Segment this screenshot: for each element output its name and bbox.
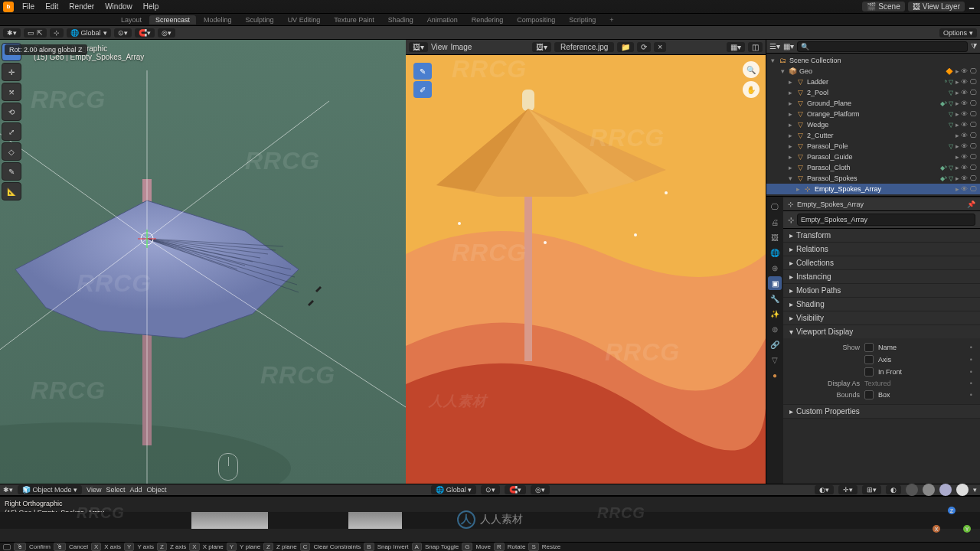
scene-selector[interactable]: 🎬Scene [862, 2, 904, 11]
workspace-tab[interactable]: Shading [382, 15, 420, 24]
img-reload-button[interactable]: ⟳ [637, 42, 651, 52]
outliner-row[interactable]: ▸ ▽ 2_Cutter ▸ 👁 🖵 [766, 130, 980, 141]
view-layer-selector[interactable]: 🖼View Layer [908, 2, 965, 11]
img-zoom-icon[interactable]: 🔍 [743, 61, 760, 78]
tool-transform[interactable]: ◇ [2, 142, 21, 161]
panel-header[interactable]: ▸Transform [783, 229, 980, 242]
add-workspace-button[interactable]: + [603, 15, 619, 24]
prop-tab-particles[interactable]: ✨ [768, 307, 782, 321]
panel-header[interactable]: ▸Shading [783, 298, 980, 311]
prop-tab-world[interactable]: ⊕ [768, 261, 782, 275]
minimize-icon[interactable]: 🗕 [966, 2, 977, 11]
bh-menu-add[interactable]: Add [129, 486, 142, 494]
img-view-mode[interactable]: ▦▾ [727, 42, 745, 52]
mode-dropdown[interactable]: 🧊 Object Mode ▾ [18, 485, 82, 494]
outliner-row[interactable]: ▸ ▽ Parasol_Pole ▽ ▸ 👁 🖵 [766, 141, 980, 152]
prop-tab-object[interactable]: ▣ [768, 276, 782, 290]
checkbox[interactable] [864, 390, 874, 399]
panel-header[interactable]: ▾Viewport Display [783, 325, 980, 338]
prop-tab-constraints[interactable]: 🔗 [768, 337, 782, 351]
tool-rotate[interactable]: ⟲ [2, 103, 21, 121]
img-link-icon[interactable]: 🖼▾ [532, 42, 551, 52]
axis-gizmo[interactable]: Z Y X [933, 507, 971, 537]
workspace-tab[interactable]: UV Editing [282, 15, 327, 24]
panel-header[interactable]: ▸Instancing [783, 270, 980, 283]
image-filename[interactable]: Reference.jpg [554, 42, 614, 52]
panel-header[interactable]: ▸Collections [783, 256, 980, 269]
tool-annotate[interactable]: ✎ [2, 162, 21, 181]
outliner-row[interactable]: ▾🗂Scene Collection [766, 55, 980, 66]
outliner-row[interactable]: ▸ ▽ Wedge ▽ ▸ 👁 🖵 [766, 119, 980, 130]
workspace-tab[interactable]: Texture Paint [328, 15, 381, 24]
prop-tab-output[interactable]: 🖨 [768, 215, 782, 229]
tool-measure[interactable]: 📐 [2, 182, 21, 201]
prop-tab-render[interactable]: 🖵 [768, 200, 782, 214]
shading-rendered-icon[interactable] [956, 484, 969, 496]
outliner-row[interactable]: ▸ ▽ Ladder ᵇ ▽ ▸ 👁 🖵 [766, 77, 980, 87]
bh-overlays[interactable]: ◐▾ [815, 485, 834, 494]
prop-tab-material[interactable]: ● [768, 368, 782, 382]
outliner-row[interactable]: ▸ ▽ Orange_Platform ▽ ▸ 👁 🖵 [766, 109, 980, 119]
workspace-tab[interactable]: Screencast [149, 15, 196, 24]
bh-snap[interactable]: 🧲▾ [505, 485, 526, 494]
workspace-tab[interactable]: Animation [421, 15, 464, 24]
drag-chip[interactable]: ⊹ [50, 28, 64, 37]
options-dropdown[interactable]: Options ▾ [939, 28, 977, 37]
menu-file[interactable]: File [17, 2, 40, 11]
orientation-dropdown[interactable]: 🌐 Global ▾ [67, 28, 111, 37]
workspace-tab[interactable]: Sculpting [240, 15, 280, 24]
prop-tab-scene[interactable]: 🌐 [768, 246, 782, 259]
outliner-row[interactable]: ▸ ▽ Ground_Plane ◆ᵇ ▽ ▸ 👁 🖵 [766, 98, 980, 109]
checkbox[interactable] [864, 355, 874, 364]
pin-icon[interactable]: 📌 [967, 201, 975, 208]
tool-cursor[interactable]: ✛ [2, 63, 21, 81]
bh-pivot[interactable]: ⊙▾ [481, 485, 500, 494]
tool-move[interactable]: ⤧ [2, 83, 21, 101]
workspace-tab[interactable]: Layout [115, 15, 148, 24]
shading-solid-icon[interactable] [923, 484, 935, 496]
img-close-button[interactable]: × [654, 42, 666, 52]
pivot-dropdown[interactable]: ⊙▾ [114, 28, 132, 37]
editor-type-icon[interactable]: ✱▾ [3, 486, 13, 494]
shading-matprev-icon[interactable] [939, 484, 952, 496]
menu-edit[interactable]: Edit [40, 2, 64, 11]
outliner-search-input[interactable] [797, 41, 968, 52]
bh-orientation[interactable]: 🌐 Global ▾ [431, 485, 476, 494]
prop-tab-viewlayer[interactable]: 🖼 [768, 230, 782, 244]
menu-help[interactable]: Help [138, 2, 165, 11]
sample-tool-icon[interactable]: ✎ [413, 63, 432, 80]
tool-scale[interactable]: ⤢ [2, 122, 21, 141]
timeline[interactable]: Right Orthographic (15) Geo | Empty_Spok… [0, 496, 980, 542]
workspace-tab[interactable]: Compositing [511, 15, 561, 24]
outliner-row[interactable]: ▸ 📦 Crew ᵇ 🟡 🔶 ▸ 👁 🖵 [766, 194, 980, 196]
menu-window[interactable]: Window [100, 2, 138, 11]
snap-dropdown[interactable]: 🧲▾ [135, 28, 155, 37]
bh-menu-object[interactable]: Object [146, 486, 166, 494]
editor-type-dropdown[interactable]: ✱▾ [3, 28, 21, 37]
prop-tab-data[interactable]: ▽ [768, 353, 782, 367]
bh-gizmo-toggle[interactable]: ✛▾ [838, 485, 858, 494]
img-pan-icon[interactable]: ✋ [743, 81, 760, 98]
viewport-3d[interactable]: Rot: 2.00 along global Z [0, 40, 406, 484]
outliner-row[interactable]: ▸ ▽ Parasol_Cloth ◆ᵇ ▽ ▸ 👁 🖵 [766, 162, 980, 173]
menu-render[interactable]: Render [64, 2, 100, 11]
prop-tab-modifiers[interactable]: 🔧 [768, 292, 782, 305]
object-name-input[interactable] [797, 214, 975, 226]
panel-header[interactable]: ▸Relations [783, 243, 980, 256]
annotate-tool-icon[interactable]: ✐ [413, 81, 432, 98]
proportional-dropdown[interactable]: ◎▾ [158, 28, 175, 37]
panel-header[interactable]: ▸Custom Properties [783, 405, 980, 418]
outliner-row[interactable]: ▾ 📦 Geo 🔶 ▸ 👁 🖵 [766, 66, 980, 77]
select-tool-chip[interactable]: ▭ ⇱ [24, 28, 47, 37]
workspace-tab[interactable]: Modeling [198, 15, 238, 24]
workspace-tab[interactable]: Scripting [563, 15, 602, 24]
outliner-row[interactable]: ▸ ▽ Parasol_Guide ▸ 👁 🖵 [766, 152, 980, 162]
img-editor-type[interactable]: 🖼▾ [409, 42, 428, 52]
outliner-row[interactable]: ▾ ▽ Parasol_Spokes ◆ᵇ ▽ ▸ 👁 🖵 [766, 173, 980, 184]
checkbox[interactable] [864, 343, 874, 352]
img-menu-view[interactable]: View [431, 43, 448, 51]
bh-menu-select[interactable]: Select [106, 486, 125, 494]
prop-tab-physics[interactable]: ⊚ [768, 322, 782, 336]
img-browse-button[interactable]: 📁 [617, 42, 634, 52]
workspace-tab[interactable]: Rendering [466, 15, 510, 24]
